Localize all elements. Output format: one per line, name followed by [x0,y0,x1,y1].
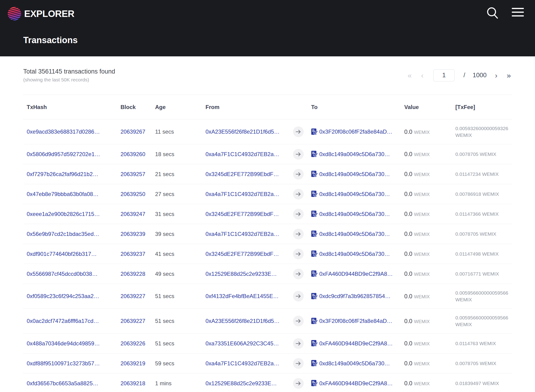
first-page-button[interactable]: « [407,72,413,79]
txfee-text: 0.01147366 WEMIX [455,205,512,223]
block-link[interactable]: 20639267 [120,129,145,135]
arrow-right-icon [293,269,304,279]
block-link[interactable]: 20639260 [120,151,145,157]
next-page-button[interactable]: › [494,72,499,79]
value-unit: WEMIX [414,381,430,386]
arrow-right-icon [293,249,304,259]
txhash-link[interactable]: 0x488a70346de94dc49859… [27,340,100,346]
to-address-link[interactable]: 0xd8c149a0049c5D6a730… [319,360,390,367]
txhash-link[interactable]: 0xe9acd383e688317d0286… [27,129,100,135]
value-amount: 0.0 [404,171,412,177]
last-page-button[interactable]: » [506,72,512,79]
from-address-link[interactable]: 0xA23E556f26f8e21D1f6d5… [205,318,280,324]
block-link[interactable]: 20639239 [120,231,145,237]
value-unit: WEMIX [414,212,430,217]
txhash-link[interactable]: 0xeee1a2e900b2826c1715… [27,211,100,217]
to-address-link[interactable]: 0xFA460D944BD9eC2f9A8… [319,340,393,347]
age-text: 21 secs [155,171,205,177]
txhash-link[interactable]: 0xdf88f95100971c3273b57… [27,360,100,366]
chevron-right-icon: › [495,71,498,79]
explorer-logo-icon [8,7,21,20]
txhash-link[interactable]: 0xfd36567bc6653a5a8825… [27,380,98,387]
contract-icon [311,170,317,178]
table-row: 0xeee1a2e900b2826c1715… 20639247 31 secs… [23,204,512,224]
txhash-link[interactable]: 0x0ac2dcf7472a6fff6a17cd… [27,318,99,324]
contract-icon [311,270,317,277]
from-address-link[interactable]: 0xf4132dFe4bfBeAE1455E… [205,293,279,299]
from-address-link[interactable]: 0xa73351E606A292C3C45… [205,340,279,346]
from-address-link[interactable]: 0x12529E88d25c2e9233E… [205,271,277,277]
value-unit: WEMIX [414,192,430,197]
txhash-link[interactable]: 0x56e9b97cd2c1bdac35ed… [27,231,99,237]
txhash-link[interactable]: 0xdf901c774640bf26b317… [27,251,97,257]
contract-icon [311,380,317,387]
table-row: 0xdf88f95100971c3273b57… 20639219 59 sec… [23,354,512,373]
transactions-table-body: 0xe9acd383e688317d0286… 20639267 11 secs… [23,119,512,392]
arrow-right-icon [293,209,304,219]
block-link[interactable]: 20639227 [120,318,145,324]
txhash-link[interactable]: 0x5566987cf45dccd0b038… [27,271,98,277]
brand[interactable]: EXPLORER [0,0,535,20]
block-link[interactable]: 20639219 [120,360,145,366]
arrow-right-icon [293,291,304,302]
from-address-link[interactable]: 0xa4a7F1C1C4932d7EB2a… [205,360,279,366]
from-address-link[interactable]: 0xA23E556f26f8e21D1f6d5… [205,129,280,135]
block-link[interactable]: 20639257 [120,171,145,177]
menu-button[interactable] [512,6,524,19]
from-address-link[interactable]: 0xa4a7F1C1C4932d7EB2a… [205,191,279,197]
arrow-right-icon [293,189,304,200]
txfee-text: 0.0078705 WEMIX [455,355,512,372]
txhash-link[interactable]: 0x47eb8e79bbba63b0fa08… [27,191,99,197]
block-link[interactable]: 20639237 [120,251,145,257]
previous-page-button[interactable]: ‹ [420,72,425,79]
txfee-text: 0.01147234 WEMIX [455,165,512,183]
from-address-link[interactable]: 0x12529E88d25c2e9233E… [205,380,277,387]
to-address-link[interactable]: 0x3F20f08c06fF2fa8e84aD… [319,318,392,324]
to-address-link[interactable]: 0xd8c149a0049c5D6a730… [319,191,390,197]
column-header-from: From [205,104,293,110]
block-link[interactable]: 20639250 [120,191,145,197]
value-amount: 0.0 [404,360,412,366]
from-address-link[interactable]: 0x3245dE2FE772B99EbdF… [205,211,279,217]
txhash-link[interactable]: 0x5806d9d957d5927202e1… [27,151,100,157]
arrow-right-icon [293,126,304,137]
search-icon [486,6,499,20]
to-address-link[interactable]: 0xd8c149a0049c5D6a730… [319,171,390,177]
arrow-right-icon [293,378,304,389]
table-row: 0x47eb8e79bbba63b0fa08… 20639250 27 secs… [23,184,512,204]
to-address-link[interactable]: 0xd8c149a0049c5D6a730… [319,151,390,158]
value-amount: 0.0 [404,191,412,197]
column-header-age: Age [155,104,205,110]
double-chevron-right-icon: » [507,71,511,79]
value-amount: 0.0 [404,231,412,237]
column-header-txfee: [TxFee] [455,104,512,110]
value-amount: 0.0 [404,380,412,387]
block-link[interactable]: 20639227 [120,293,145,299]
txfee-text: 0.0078705 WEMIX [455,225,512,243]
txhash-link[interactable]: 0xf7297b26ca2faf96d21b2… [27,171,98,177]
total-transactions-text: Total 3561145 transactions found [23,68,115,75]
table-row: 0x56e9b97cd2c1bdac35ed… 20639239 39 secs… [23,224,512,244]
age-text: 18 secs [155,151,205,158]
search-button[interactable] [486,6,499,20]
page-number-input[interactable] [433,69,455,81]
txhash-link[interactable]: 0xf0589c23c6f294c253aa2… [27,293,99,299]
to-address-link[interactable]: 0xd8c149a0049c5D6a730… [319,211,390,217]
to-address-link[interactable]: 0xd8c149a0049c5D6a730… [319,251,390,257]
block-link[interactable]: 20639226 [120,340,145,346]
to-address-link[interactable]: 0xFA460D944BD9eC2f9A8… [319,380,393,387]
to-address-link[interactable]: 0xd8c149a0049c5D6a730… [319,231,390,237]
block-link[interactable]: 20639247 [120,211,145,217]
table-row: 0xf7297b26ca2faf96d21b2… 20639257 21 sec… [23,164,512,184]
from-address-link[interactable]: 0xa4a7F1C1C4932d7EB2a… [205,151,279,157]
block-link[interactable]: 20639228 [120,271,145,277]
to-address-link[interactable]: 0xdc9cd9f7a3b962857854… [319,293,391,299]
block-link[interactable]: 20639218 [120,380,145,387]
from-address-link[interactable]: 0x3245dE2FE772B99EbdF… [205,251,279,257]
value-amount: 0.0 [404,271,412,277]
to-address-link[interactable]: 0x3F20f08c06fF2fa8e84aD… [319,129,392,135]
txfee-text: 0.005956600000059566 WEMIX [455,309,512,333]
to-address-link[interactable]: 0xFA460D944BD9eC2f9A8… [319,271,393,277]
from-address-link[interactable]: 0x3245dE2FE772B99EbdF… [205,171,279,177]
from-address-link[interactable]: 0xa4a7F1C1C4932d7EB2a… [205,231,279,237]
